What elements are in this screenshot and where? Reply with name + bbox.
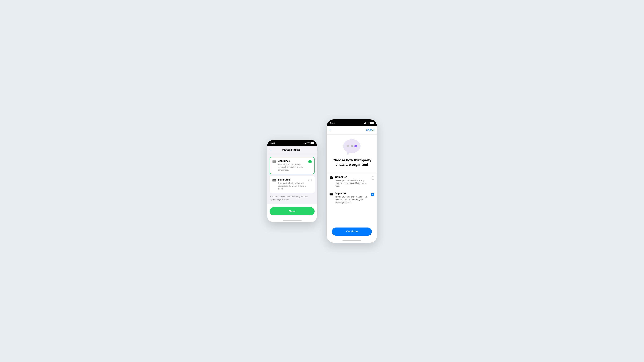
main-title: Choose how third-party chats are organiz… — [330, 158, 374, 167]
helper-text: Choose how you want third-party chats to… — [270, 195, 314, 201]
dot-gray — [347, 145, 349, 147]
phone-2: 9:41 ‹ Cancel — [327, 119, 377, 243]
combined-option-title: Combined — [278, 160, 306, 162]
combined-option[interactable]: Combined WhatsApp and third-party chats … — [270, 157, 314, 174]
time-1: 9:41 — [270, 142, 275, 145]
wifi-icon — [307, 142, 310, 144]
separated-option[interactable]: Separated Third-party chats will live in… — [270, 176, 314, 193]
separated-option-text: Separated Third-party chats will live in… — [278, 178, 306, 190]
separated-messenger-icon — [330, 192, 333, 197]
dot-gray2 — [350, 145, 353, 147]
svg-point-4 — [272, 161, 273, 162]
time-2: 9:41 — [330, 122, 335, 124]
page-title-1: Manage inbox — [272, 148, 310, 151]
home-indicator-1 — [267, 219, 317, 222]
cancel-button[interactable]: Cancel — [366, 128, 374, 132]
battery-icon — [310, 142, 314, 144]
status-icons-2 — [364, 122, 374, 124]
signal-icon-2 — [364, 122, 366, 124]
separated-check — [308, 179, 312, 182]
dot-purple — [354, 145, 357, 147]
svg-rect-0 — [273, 160, 276, 161]
separated-messenger-title: Separated — [335, 192, 369, 195]
combined-messenger-text: Combined Messenger chats and third-party… — [335, 176, 369, 188]
check-blue-icon: ✓ — [371, 193, 374, 196]
separated-messenger-desc: Third-party chats are organized in a fol… — [335, 195, 369, 204]
combined-option-text: Combined WhatsApp and third-party chats … — [278, 160, 306, 172]
combined-row[interactable]: Combined Messenger chats and third-party… — [327, 173, 377, 190]
home-indicator-2 — [327, 239, 377, 243]
battery-icon-2 — [370, 122, 374, 124]
radio-empty-2 — [371, 176, 374, 180]
separated-row[interactable]: Separated Third-party chats are organize… — [327, 190, 377, 206]
continue-button[interactable]: Continue — [332, 228, 372, 236]
home-bar — [283, 220, 302, 221]
combined-messenger-check — [371, 176, 374, 180]
phone-1: 9:41 ‹ Manage inbox — [267, 139, 317, 223]
bubble-tail — [347, 152, 350, 155]
separated-messenger-text: Separated Third-party chats are organize… — [335, 192, 369, 204]
back-button-1[interactable]: ‹ — [270, 148, 272, 152]
chevron-left-icon-2: ‹ — [330, 128, 330, 132]
chevron-left-icon: ‹ — [270, 148, 270, 152]
illustration-area — [327, 134, 377, 158]
save-button[interactable]: Save — [270, 207, 314, 215]
radio-empty-icon — [308, 179, 312, 182]
svg-rect-1 — [273, 161, 276, 162]
list-icon — [272, 160, 276, 164]
home-bar-2 — [342, 240, 361, 241]
combined-messenger-icon — [330, 176, 333, 181]
separated-messenger-check: ✓ — [371, 193, 374, 196]
svg-rect-2 — [273, 162, 276, 163]
status-bar-1: 9:41 — [267, 140, 317, 146]
status-icons-1 — [304, 142, 314, 144]
spacer — [327, 206, 377, 225]
wifi-icon-2 — [367, 122, 370, 124]
svg-point-3 — [272, 160, 273, 161]
separated-option-title: Separated — [278, 178, 306, 181]
content-area-1: Combined WhatsApp and third-party chats … — [267, 154, 317, 204]
combined-messenger-desc: Messenger chats and third-party chats wi… — [335, 179, 369, 188]
separated-option-desc: Third-party chats will live in a separat… — [278, 182, 306, 190]
combined-option-desc: WhatsApp and third-party chats will be c… — [278, 163, 306, 172]
svg-point-5 — [272, 162, 273, 162]
screen-2: Choose how third-party chats are organiz… — [327, 134, 377, 239]
back-button-2[interactable]: ‹ — [330, 127, 332, 133]
signal-icon — [304, 142, 306, 144]
chat-illustration — [343, 139, 360, 155]
combined-check: ✓ — [308, 160, 312, 163]
svg-rect-9 — [330, 193, 333, 194]
status-bar-2: 9:41 — [327, 119, 377, 126]
nav-bar-2: ‹ Cancel — [327, 126, 377, 134]
nav-bar-1: ‹ Manage inbox — [267, 146, 317, 154]
phones-container: 9:41 ‹ Manage inbox — [267, 119, 377, 243]
continue-area: Continue — [327, 225, 377, 239]
check-green-icon: ✓ — [308, 160, 312, 163]
inbox-icon — [272, 179, 276, 182]
combined-messenger-title: Combined — [335, 176, 369, 178]
title-area: Choose how third-party chats are organiz… — [327, 158, 377, 173]
